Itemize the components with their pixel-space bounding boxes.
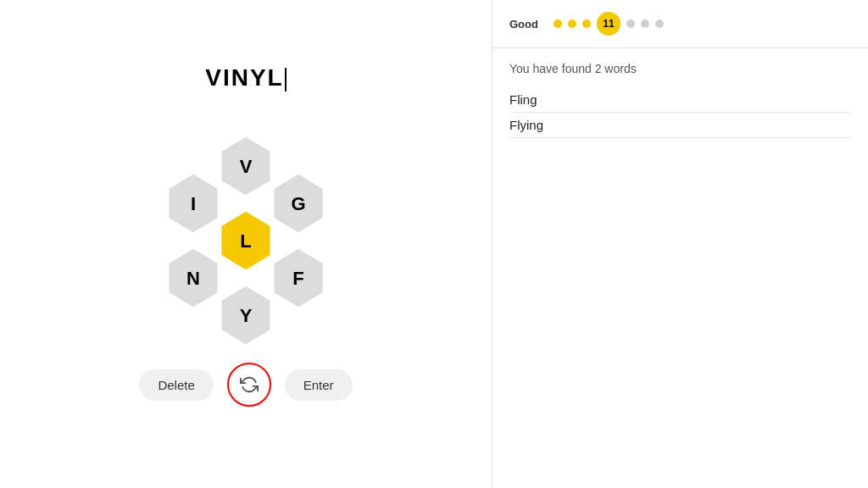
enter-button[interactable]: Enter — [285, 369, 353, 401]
words-section: You have found 2 words FlingFlying — [492, 48, 868, 152]
hex-Y-letter[interactable]: Y — [240, 305, 253, 326]
progress-dot — [582, 19, 591, 28]
words-count: You have found 2 words — [509, 62, 851, 75]
delete-button[interactable]: Delete — [139, 369, 213, 401]
progress-dot — [554, 19, 562, 28]
hex-I-letter[interactable]: I — [191, 193, 196, 214]
hex-L-letter[interactable]: L — [240, 230, 251, 252]
cursor — [285, 68, 287, 92]
game-left-panel: VINYL V I G L N F Y — [0, 0, 492, 488]
hex-V-letter[interactable]: V — [240, 156, 253, 177]
game-controls: Delete Enter — [139, 363, 352, 407]
hex-F-letter[interactable]: F — [292, 268, 303, 289]
words-list: FlingFlying — [509, 87, 851, 138]
progress-dot — [641, 19, 649, 28]
word-display: VINYL — [205, 64, 286, 92]
progress-bar: Good 11 — [492, 0, 868, 48]
shuffle-icon — [240, 375, 259, 394]
progress-label: Good — [509, 18, 542, 30]
hex-N-letter[interactable]: N — [186, 268, 200, 289]
progress-dot — [655, 19, 664, 28]
hex-G-letter[interactable]: G — [291, 193, 305, 214]
word-item: Fling — [509, 87, 851, 113]
honeycomb: V I G L N F Y — [136, 117, 356, 337]
progress-dots: 11 — [554, 12, 664, 36]
progress-dot — [568, 19, 576, 28]
word-item: Flying — [509, 113, 851, 138]
progress-dot — [626, 19, 635, 28]
honeycomb-svg: V I G L N F Y — [136, 117, 356, 346]
progress-dot: 11 — [597, 12, 620, 36]
game-right-panel: Good 11 You have found 2 words FlingFlyi… — [492, 0, 868, 488]
shuffle-button[interactable] — [227, 363, 271, 407]
word-text: VINYL — [205, 64, 283, 91]
